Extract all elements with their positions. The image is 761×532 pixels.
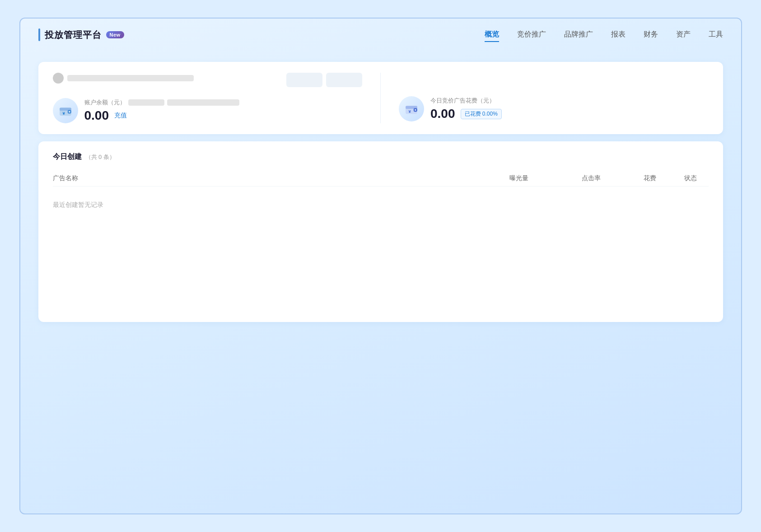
ad-cost-info: 今日竞价广告花费（元） 0.00 已花费 0.00% <box>430 97 502 121</box>
spent-badge: 已花费 0.00% <box>461 109 502 119</box>
logo-area: 投放管理平台 New <box>38 28 124 41</box>
account-name-blurred-text <box>67 75 194 81</box>
avatar <box>53 73 64 84</box>
col-header-impression: 曝光量 <box>483 174 555 182</box>
svg-point-8 <box>415 109 416 111</box>
col-header-status: 状态 <box>672 174 709 182</box>
top-right-controls <box>286 73 362 87</box>
blur-box-2 <box>326 73 362 87</box>
record-count: （共 0 条） <box>85 153 115 161</box>
main-content: ¥ 账户余额（元） 0.00 充值 <box>20 51 741 333</box>
nav-item-brand[interactable]: 品牌推广 <box>564 28 593 42</box>
header: 投放管理平台 New 概览 竞价推广 品牌推广 报表 财务 资产 工具 <box>20 19 741 51</box>
account-card: ¥ 账户余额（元） 0.00 充值 <box>38 62 723 134</box>
balance-label: 账户余额（元） <box>84 98 239 107</box>
col-header-ctr: 点击率 <box>555 174 627 182</box>
ad-cost-label: 今日竞价广告花费（元） <box>430 97 502 105</box>
ad-cost-value: 0.00 <box>430 107 455 121</box>
balance-extra-blur <box>128 99 164 106</box>
svg-text:¥: ¥ <box>62 111 65 116</box>
account-right: ¥ 今日竞价广告花费（元） 0.00 已花费 0.00% <box>399 73 709 123</box>
ad-cost-value-row: 0.00 已花费 0.00% <box>430 107 502 121</box>
balance-value: 0.00 <box>84 108 109 123</box>
account-divider <box>380 73 381 123</box>
new-badge: New <box>106 31 124 38</box>
account-left: ¥ 账户余额（元） 0.00 充值 <box>53 73 363 123</box>
card-top-row <box>53 73 363 87</box>
account-name-row <box>53 73 194 84</box>
table-title-row: 今日创建 （共 0 条） <box>53 152 709 162</box>
main-frame: 投放管理平台 New 概览 竞价推广 品牌推广 报表 财务 资产 工具 <box>19 18 742 514</box>
nav-item-overview[interactable]: 概览 <box>485 28 499 42</box>
nav-item-report[interactable]: 报表 <box>611 28 626 42</box>
wallet-icon: ¥ <box>53 98 78 123</box>
nav-item-tools[interactable]: 工具 <box>709 28 723 42</box>
blur-box-1 <box>286 73 322 87</box>
table-title: 今日创建 <box>53 152 82 162</box>
table-header: 广告名称 曝光量 点击率 花费 状态 <box>53 171 709 187</box>
nav-item-asset[interactable]: 资产 <box>676 28 691 42</box>
balance-info: 账户余额（元） 0.00 充值 <box>84 98 239 123</box>
today-created-card: 今日创建 （共 0 条） 广告名称 曝光量 点击率 花费 状态 最近创建暂无记录 <box>38 141 723 322</box>
nav-item-bid[interactable]: 竞价推广 <box>517 28 546 42</box>
col-header-name: 广告名称 <box>53 174 483 182</box>
balance-value-row: 0.00 充值 <box>84 108 239 123</box>
nav-item-finance[interactable]: 财务 <box>644 28 658 42</box>
main-nav: 概览 竞价推广 品牌推广 报表 财务 资产 工具 <box>485 28 723 42</box>
logo-bar-icon <box>38 28 40 41</box>
balance-extra-blur-2 <box>167 99 239 106</box>
svg-point-3 <box>69 111 70 112</box>
platform-name: 投放管理平台 <box>45 29 102 41</box>
empty-message: 最近创建暂无记录 <box>53 190 709 220</box>
balance-row: ¥ 账户余额（元） 0.00 充值 <box>53 98 363 123</box>
col-header-cost: 花费 <box>627 174 672 182</box>
recharge-button[interactable]: 充值 <box>114 112 127 120</box>
ad-cost-row: ¥ 今日竞价广告花费（元） 0.00 已花费 0.00% <box>399 96 709 121</box>
svg-text:¥: ¥ <box>409 109 411 114</box>
ad-cost-icon: ¥ <box>399 96 424 121</box>
